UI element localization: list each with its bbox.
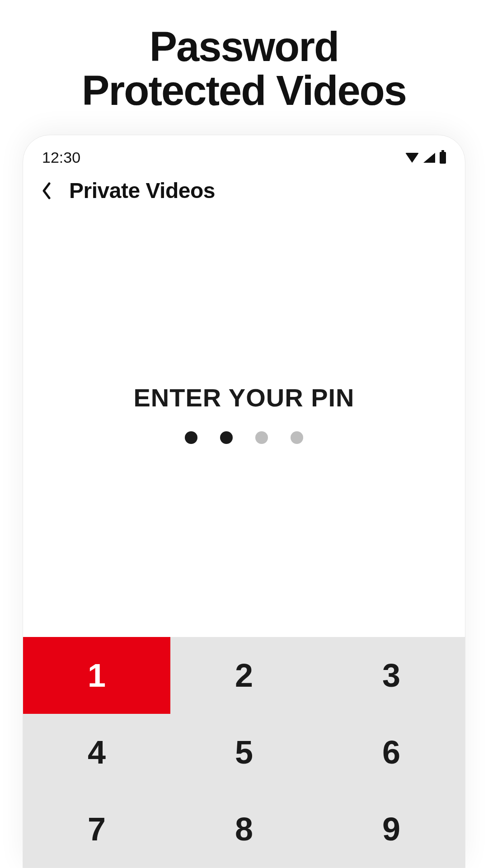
pin-dot-4 [291, 431, 303, 444]
marketing-title-line1: Password [0, 25, 488, 69]
keypad-key-9[interactable]: 9 [318, 791, 465, 868]
keypad-key-8[interactable]: 8 [170, 791, 318, 868]
pin-dots [185, 431, 303, 444]
keypad-key-3[interactable]: 3 [318, 637, 465, 714]
status-time: 12:30 [42, 149, 80, 166]
wifi-icon [405, 153, 419, 163]
keypad-key-4[interactable]: 4 [23, 714, 170, 791]
keypad: 1 2 3 4 5 6 7 8 9 [23, 637, 465, 868]
back-button[interactable] [37, 181, 56, 201]
pin-dot-1 [185, 431, 197, 444]
signal-icon [423, 153, 435, 163]
pin-dot-2 [220, 431, 233, 444]
keypad-key-2[interactable]: 2 [170, 637, 318, 714]
pin-dot-3 [255, 431, 268, 444]
keypad-key-1[interactable]: 1 [23, 637, 170, 714]
chevron-left-icon [41, 182, 52, 200]
phone-frame: 12:30 Private Videos ENTER YOUR PIN 1 2 … [23, 135, 465, 868]
status-icons [405, 152, 446, 164]
status-bar: 12:30 [23, 135, 465, 169]
screen-title: Private Videos [69, 178, 215, 203]
pin-entry-area: ENTER YOUR PIN [23, 208, 465, 637]
marketing-title-line2: Protected Videos [0, 69, 488, 113]
app-header: Private Videos [23, 169, 465, 208]
battery-icon [440, 152, 446, 164]
marketing-title: Password Protected Videos [0, 0, 488, 112]
keypad-key-7[interactable]: 7 [23, 791, 170, 868]
pin-prompt: ENTER YOUR PIN [133, 383, 354, 412]
keypad-key-5[interactable]: 5 [170, 714, 318, 791]
keypad-key-6[interactable]: 6 [318, 714, 465, 791]
